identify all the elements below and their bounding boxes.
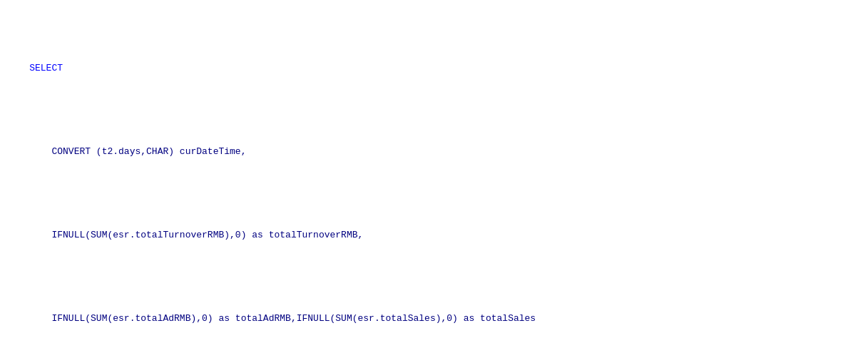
- code-editor: SELECT CONVERT (t2.days,CHAR) curDateTim…: [7, 6, 861, 363]
- code-line: IFNULL(SUM(esr.totalTurnoverRMB),0) as t…: [7, 215, 861, 257]
- code-text: CONVERT (t2.days,CHAR) curDateTime,: [29, 146, 246, 157]
- code-line: SELECT: [7, 48, 861, 90]
- code-line: CONVERT (t2.days,CHAR) curDateTime,: [7, 131, 861, 173]
- code-text: IFNULL(SUM(esr.totalTurnoverRMB),0) as t…: [29, 230, 363, 240]
- keyword: SELECT: [29, 63, 63, 73]
- code-line: IFNULL(SUM(esr.totalAdRMB),0) as totalAd…: [7, 298, 861, 340]
- code-text: IFNULL(SUM(esr.totalAdRMB),0) as totalAd…: [29, 313, 536, 324]
